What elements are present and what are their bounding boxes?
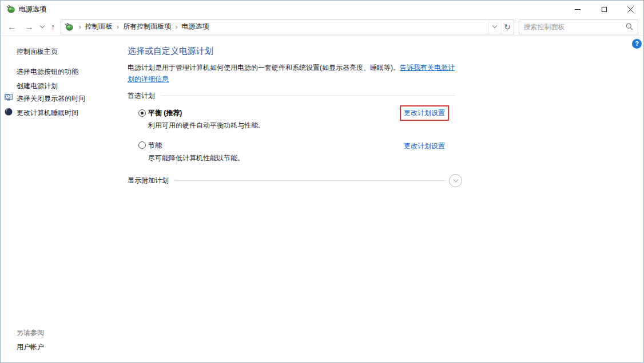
chevron-down-icon xyxy=(453,177,458,182)
maximize-icon xyxy=(602,7,607,12)
window-title: 电源选项 xyxy=(19,5,46,14)
group-divider xyxy=(161,96,455,96)
change-plan-settings-link-power-saver[interactable]: 更改计划设置 xyxy=(404,142,445,150)
minimize-icon xyxy=(575,9,581,10)
window-controls xyxy=(565,1,643,18)
help-icon[interactable]: ? xyxy=(632,39,642,49)
search-icon[interactable] xyxy=(626,23,633,30)
breadcrumb-separator-icon: › xyxy=(113,22,123,31)
intro-paragraph: 电源计划是用于管理计算机如何使用电源的一套硬件和系统设置(如显示器亮度、睡眠等)… xyxy=(128,62,458,85)
back-button[interactable]: ← xyxy=(7,22,17,31)
additional-plans-group: 显示附加计划 xyxy=(128,173,462,188)
search-box[interactable] xyxy=(519,19,638,34)
search-input[interactable] xyxy=(519,23,626,31)
chevron-down-icon xyxy=(492,23,497,28)
see-also-header: 另请参阅 xyxy=(17,328,44,338)
maximize-button[interactable] xyxy=(591,1,617,18)
plan-name-balanced[interactable]: 平衡 (推荐) xyxy=(148,108,182,118)
plan-name-power-saver[interactable]: 节能 xyxy=(148,141,162,151)
intro-text: 电源计划是用于管理计算机如何使用电源的一套硬件和系统设置(如显示器亮度、睡眠等)… xyxy=(128,64,400,72)
up-button[interactable]: ↑ xyxy=(51,22,55,31)
sidebar-item-create-plan[interactable]: 创建电源计划 xyxy=(17,81,58,91)
plan-desc-power-saver: 尽可能降低计算机性能以节能。 xyxy=(148,153,244,163)
address-dropdown-button[interactable] xyxy=(488,20,501,34)
annotation-highlight-box: 更改计划设置 xyxy=(400,105,449,121)
preferred-plans-label: 首选计划 xyxy=(128,91,155,101)
radio-balanced[interactable] xyxy=(138,109,146,117)
sidebar-item-sleep-time[interactable]: 更改计算机睡眠时间 xyxy=(17,108,78,118)
address-bar[interactable]: › 控制面板 › 所有控制面板项 › 电源选项 ↻ xyxy=(61,19,514,34)
sidebar: 控制面板主页 选择电源按钮的功能 创建电源计划 选择关闭显示器的时间 更改计算机… xyxy=(1,36,124,362)
expand-additional-plans-button[interactable] xyxy=(449,174,462,187)
main-content: 选择或自定义电源计划 电源计划是用于管理计算机如何使用电源的一套硬件和系统设置(… xyxy=(128,36,462,277)
refresh-icon: ↻ xyxy=(504,23,511,31)
power-plug-icon xyxy=(6,5,15,14)
sidebar-item-power-buttons[interactable]: 选择电源按钮的功能 xyxy=(17,67,78,77)
display-clock-icon xyxy=(4,93,13,102)
breadcrumb-all-items[interactable]: 所有控制面板项 xyxy=(123,22,171,31)
breadcrumb-power-options[interactable]: 电源选项 xyxy=(182,22,209,31)
recent-pages-chevron-icon[interactable] xyxy=(40,23,45,28)
breadcrumb-separator-icon: › xyxy=(75,22,85,31)
sleep-sphere-icon xyxy=(4,107,13,116)
change-plan-settings-link-balanced[interactable]: 更改计划设置 xyxy=(404,109,445,117)
refresh-button[interactable]: ↻ xyxy=(501,20,514,34)
sidebar-item-control-panel-home[interactable]: 控制面板主页 xyxy=(17,47,58,57)
breadcrumb-control-panel[interactable]: 控制面板 xyxy=(85,22,113,31)
group-divider xyxy=(174,180,446,181)
change-plan-settings-wrap: 更改计划设置 xyxy=(404,141,445,151)
power-plug-icon xyxy=(64,22,73,31)
sidebar-item-display-off-time[interactable]: 选择关闭显示器的时间 xyxy=(17,94,85,104)
radio-power-saver[interactable] xyxy=(138,141,146,149)
navigation-bar: ← → ↑ › 控制面板 › 所有控制面板项 › 电源选项 ↻ xyxy=(1,18,643,36)
close-icon xyxy=(627,6,634,13)
additional-plans-label: 显示附加计划 xyxy=(128,176,169,186)
sidebar-item-user-accounts[interactable]: 用户帐户 xyxy=(17,342,44,352)
preferred-plans-group: 首选计划 xyxy=(128,91,455,101)
close-button[interactable] xyxy=(617,1,643,18)
breadcrumb-separator-icon: › xyxy=(171,22,181,31)
minimize-button[interactable] xyxy=(565,1,591,18)
title-bar: 电源选项 xyxy=(1,1,643,18)
page-title: 选择或自定义电源计划 xyxy=(128,46,213,57)
forward-button[interactable]: → xyxy=(25,22,34,31)
plan-desc-balanced: 利用可用的硬件自动平衡功耗与性能。 xyxy=(148,121,265,131)
